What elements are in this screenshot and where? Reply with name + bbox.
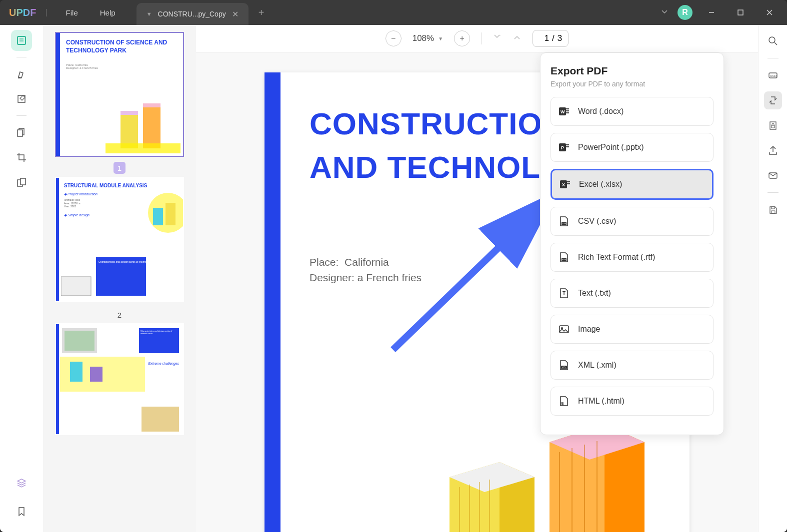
page-edge-decoration [264, 72, 280, 532]
svg-rect-13 [143, 106, 160, 148]
page-current-input[interactable] [539, 33, 549, 43]
menu-help[interactable]: Help [89, 8, 126, 17]
export-xml-button[interactable]: </> XML (.xml) [550, 351, 714, 380]
export-rtf-label: Rich Text Format (.rtf) [578, 253, 655, 262]
export-html-label: HTML (.html) [578, 397, 624, 406]
titlebar-right: R [660, 2, 787, 22]
svg-text:OCR: OCR [770, 74, 777, 77]
zoom-value: 108% [412, 33, 434, 43]
titlebar-dropdown-icon[interactable] [660, 7, 668, 17]
svg-rect-19 [61, 277, 91, 296]
viewer: − 108% ▼ + / 3 CONSTRUCTION OF SC AND TE… [196, 25, 758, 532]
export-image-label: Image [578, 325, 600, 334]
html-icon: H [558, 395, 570, 407]
export-word-label: Word (.docx) [578, 107, 624, 116]
protect-icon[interactable] [764, 116, 782, 134]
toolbar-separator [481, 32, 482, 44]
svg-rect-65 [565, 144, 569, 145]
svg-rect-61 [565, 110, 569, 111]
thumbnail-page-1[interactable]: CONSTRUCTION OF SCIENCE AND TECHNOLOGY P… [55, 32, 184, 157]
sidebar-separator [16, 115, 26, 116]
edit-icon[interactable] [11, 88, 32, 109]
page-separator: / [552, 33, 554, 43]
svg-text:RTF: RTF [562, 258, 566, 261]
svg-rect-89 [772, 211, 775, 213]
export-text-button[interactable]: T Text (.txt) [550, 279, 714, 308]
prev-page-icon[interactable] [512, 33, 522, 44]
export-word-button[interactable]: W Word (.docx) [550, 97, 714, 126]
excel-icon: X [559, 178, 571, 190]
thumbnail-number-1: 1 [114, 162, 126, 174]
menu-file[interactable]: File [55, 8, 89, 17]
titlebar: UPDF | File Help ▼ CONSTRU...py_Copy ✕ +… [0, 0, 787, 25]
thumbnail-page-2[interactable]: STRUCTURAL MODULE ANALYSIS ◆ Project int… [55, 177, 184, 302]
export-powerpoint-label: PowerPoint (.pptx) [578, 143, 644, 152]
new-tab-button[interactable]: + [258, 7, 264, 18]
svg-rect-69 [566, 181, 570, 182]
export-rtf-button[interactable]: RTF Rich Text Format (.rtf) [550, 243, 714, 272]
svg-rect-17 [153, 208, 163, 225]
convert-icon[interactable] [764, 91, 782, 109]
page-input[interactable]: / 3 [532, 30, 568, 47]
layers-icon[interactable] [11, 473, 32, 494]
tab-area: ▼ CONSTRU...py_Copy ✕ + [136, 0, 264, 25]
thumb3-h1: Extreme challenges [148, 362, 179, 365]
document-tab[interactable]: ▼ CONSTRU...py_Copy ✕ [136, 3, 248, 25]
tab-dropdown-icon[interactable]: ▼ [146, 11, 152, 17]
zoom-level[interactable]: 108% ▼ [412, 33, 443, 43]
svg-rect-2 [18, 36, 26, 44]
svg-rect-11 [120, 113, 138, 148]
first-page-icon[interactable] [492, 33, 502, 44]
thumbnail-page-3[interactable]: Characteristics and design points of int… [55, 323, 184, 435]
export-powerpoint-button[interactable]: P PowerPoint (.pptx) [550, 133, 714, 162]
app-logo: UPDF [9, 7, 36, 18]
minimize-button[interactable] [702, 2, 722, 22]
logo-separator: | [45, 8, 47, 17]
thumbnail-number-2: 2 [55, 307, 184, 323]
svg-rect-87 [772, 125, 774, 128]
avatar[interactable]: R [678, 5, 692, 20]
text-icon: T [558, 287, 570, 299]
pages-icon[interactable] [11, 122, 32, 143]
ocr-icon[interactable]: OCR [764, 66, 782, 84]
sidebar-separator [768, 192, 778, 193]
svg-rect-8 [18, 130, 22, 136]
reader-mode-icon[interactable] [11, 30, 32, 51]
csv-icon: CSV [558, 215, 570, 227]
export-excel-label: Excel (.xlsx) [579, 180, 622, 189]
svg-rect-12 [120, 111, 138, 115]
svg-rect-66 [565, 146, 569, 147]
zoom-in-button[interactable]: + [454, 30, 470, 46]
powerpoint-icon: P [558, 141, 570, 153]
bookmark-icon[interactable] [11, 501, 32, 522]
svg-rect-62 [565, 112, 569, 113]
export-image-button[interactable]: Image [550, 315, 714, 344]
highlight-icon[interactable] [11, 63, 32, 84]
maximize-button[interactable] [730, 2, 750, 22]
compare-icon[interactable] [11, 172, 32, 193]
zoom-out-button[interactable]: − [386, 30, 402, 46]
left-sidebar [0, 25, 43, 532]
email-icon[interactable] [764, 166, 782, 184]
thumb2-title: STRUCTURAL MODULE ANALYSIS [64, 183, 178, 188]
share-icon[interactable] [764, 141, 782, 159]
tab-close-icon[interactable]: ✕ [232, 9, 238, 19]
search-icon[interactable] [764, 32, 782, 50]
svg-text:</>: </> [562, 366, 566, 369]
export-html-button[interactable]: H HTML (.html) [550, 387, 714, 416]
close-button[interactable] [760, 2, 780, 22]
annotation-arrow [383, 195, 558, 360]
svg-point-82 [769, 37, 775, 43]
svg-text:H: H [562, 402, 564, 405]
svg-text:Characteristics and design poi: Characteristics and design points of int… [98, 260, 151, 263]
svg-line-57 [393, 205, 543, 350]
rtf-icon: RTF [558, 251, 570, 263]
zoom-dropdown-icon[interactable]: ▼ [438, 36, 443, 41]
word-icon: W [558, 105, 570, 117]
export-panel: Export PDF Export your PDF to any format… [540, 52, 724, 435]
save-icon[interactable] [764, 201, 782, 219]
crop-icon[interactable] [11, 147, 32, 168]
export-excel-button[interactable]: X Excel (.xlsx) [550, 169, 714, 200]
export-csv-button[interactable]: CSV CSV (.csv) [550, 207, 714, 236]
svg-text:W: W [560, 109, 565, 114]
